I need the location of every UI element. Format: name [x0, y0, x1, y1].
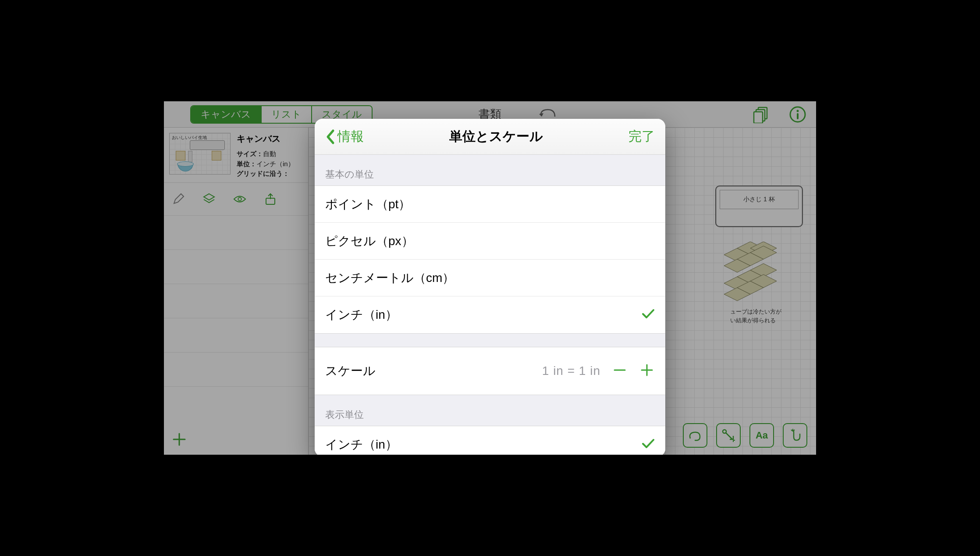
canvas-node-cubes[interactable]: [720, 242, 794, 305]
svg-rect-5: [797, 113, 799, 119]
unit-option-label: ポイント（pt）: [325, 196, 411, 213]
list-row[interactable]: [164, 216, 308, 250]
canvas-note-text: ューブは冷たい方が い結果が得られる: [730, 307, 781, 324]
scale-decrement-button[interactable]: [612, 362, 628, 380]
left-sidebar: おいしいパイ生地 キャンバス サイズ：自動 単位：インチ（in） グリッドに沿う…: [164, 128, 309, 455]
popover-title: 単位とスケール: [449, 128, 543, 146]
chevron-left-icon: [325, 129, 336, 145]
layers-icon[interactable]: [202, 192, 216, 206]
thumbnail-title: おいしいパイ生地: [172, 135, 207, 141]
unit-option-in[interactable]: インチ（in）: [315, 296, 665, 333]
done-button[interactable]: 完了: [628, 128, 655, 146]
cube-stack-icon: [720, 242, 794, 303]
unit-option-px[interactable]: ピクセル（px）: [315, 223, 665, 260]
info-button[interactable]: [788, 105, 807, 124]
canvas-thumbnail[interactable]: おいしいパイ生地: [169, 133, 231, 175]
pages-stack-icon: [752, 106, 770, 123]
arrow-tool-icon: [720, 427, 737, 444]
checkmark-icon: [642, 307, 655, 322]
section-basic-unit-header: 基本の単位: [315, 155, 665, 185]
scale-value: 1 in = 1 in: [542, 364, 600, 378]
touch-icon: [787, 427, 803, 444]
info-icon: [789, 106, 806, 123]
text-tool-icon: Aa: [756, 430, 768, 441]
list-row[interactable]: [164, 250, 308, 284]
unit-option-label: インチ（in）: [325, 436, 398, 453]
inspector-icon-row: [164, 183, 308, 216]
bottom-tool-row: Aa: [683, 423, 807, 448]
svg-rect-2: [754, 112, 763, 123]
canvas-info-meta: サイズ：自動 単位：インチ（in） グリッドに沿う：: [237, 149, 295, 179]
canvas-node-ingredient[interactable]: 小さじ 1 杯: [715, 185, 803, 227]
back-label: 情報: [337, 128, 364, 146]
tab-list[interactable]: リスト: [262, 106, 312, 123]
touch-tool-button[interactable]: [783, 423, 807, 448]
unit-option-pt[interactable]: ポイント（pt）: [315, 186, 665, 223]
minus-icon: [612, 362, 628, 378]
scale-increment-button[interactable]: [639, 362, 655, 380]
tab-canvas[interactable]: キャンバス: [191, 106, 262, 123]
sidebar-list: [164, 216, 308, 455]
checkmark-icon: [642, 437, 655, 452]
list-row[interactable]: [164, 353, 308, 387]
connector-tool-button[interactable]: [716, 423, 741, 448]
popover-header: 情報 単位とスケール 完了: [315, 119, 665, 155]
undo-icon: [538, 107, 556, 120]
freeform-icon: [687, 427, 703, 444]
pencil-icon[interactable]: [172, 192, 185, 206]
plus-icon: [172, 432, 187, 447]
basic-unit-option-list: ポイント（pt） ピクセル（px） センチメートル（cm） インチ（in）: [315, 185, 665, 334]
unit-option-label: センチメートル（cm）: [325, 270, 454, 286]
section-display-unit-header: 表示単位: [315, 395, 665, 426]
unit-option-label: インチ（in）: [325, 307, 398, 323]
svg-point-4: [797, 110, 799, 112]
pages-button[interactable]: [751, 105, 771, 124]
units-scale-popover: 情報 単位とスケール 完了 基本の単位 ポイント（pt） ピクセル（px） セン…: [315, 119, 665, 455]
display-unit-option-in[interactable]: インチ（in）: [315, 426, 665, 455]
scale-label: スケール: [325, 363, 376, 379]
unit-option-cm[interactable]: センチメートル（cm）: [315, 260, 665, 296]
add-button[interactable]: [172, 432, 187, 449]
plus-icon: [639, 362, 655, 378]
svg-point-6: [238, 197, 241, 201]
svg-rect-7: [266, 198, 275, 204]
text-tool-button[interactable]: Aa: [749, 423, 774, 448]
svg-point-8: [723, 430, 726, 433]
share-icon[interactable]: [264, 192, 277, 206]
list-row[interactable]: [164, 318, 308, 353]
canvas-info-title: キャンバス: [237, 133, 295, 145]
ingredient-label: 小さじ 1 杯: [720, 190, 799, 209]
visibility-icon[interactable]: [233, 192, 246, 206]
scale-row: スケール 1 in = 1 in: [315, 347, 665, 395]
display-unit-option-list: インチ（in）: [315, 426, 665, 455]
list-row[interactable]: [164, 284, 308, 318]
freeform-tool-button[interactable]: [683, 423, 707, 448]
back-button[interactable]: 情報: [325, 128, 364, 146]
unit-option-label: ピクセル（px）: [325, 233, 414, 249]
